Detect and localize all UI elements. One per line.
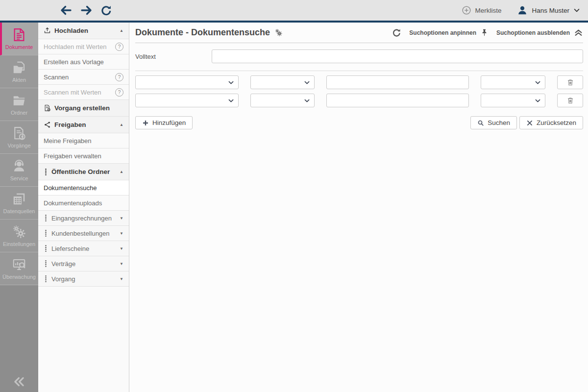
collapse-down-icon	[120, 277, 123, 281]
filter-row	[135, 75, 583, 89]
sidebar-item-vorg-nge[interactable]: Vorgänge	[0, 121, 38, 154]
fulltext-input[interactable]	[212, 49, 583, 63]
filter-field-select[interactable]	[135, 75, 239, 89]
menu-item-vorgang[interactable]: Vorgang	[38, 271, 129, 287]
chevron-down-icon	[304, 79, 310, 86]
user-menu[interactable]: Hans Muster	[517, 5, 580, 16]
user-icon	[517, 5, 528, 16]
help-icon[interactable]	[115, 43, 123, 51]
menu-item-label: Erstellen aus Vorlage	[44, 58, 104, 66]
dots-icon	[44, 275, 48, 283]
reset-button-label: Zurücksetzen	[537, 119, 576, 126]
icon-sidebar: DokumenteAktenOrdnerVorgängeServiceDaten…	[0, 23, 38, 392]
menu-item-dokumentensuche[interactable]: Dokumentensuche	[38, 180, 129, 196]
collapse-up-icon	[120, 28, 123, 33]
filter-field-select[interactable]	[135, 94, 239, 107]
menu-item-label: Verträge	[51, 260, 75, 268]
menu-item-scannen[interactable]: Scannen	[38, 70, 129, 85]
dots-icon	[44, 260, 48, 268]
filter-connector-select[interactable]	[481, 75, 545, 89]
fulltext-row: Volltext	[135, 49, 583, 63]
section-divider	[135, 71, 583, 71]
plus-circle-icon	[462, 5, 471, 15]
pin-search-options-button[interactable]: Suchoptionen anpinnen	[409, 28, 489, 37]
menu-item-label: Scannen	[44, 74, 69, 81]
dots-icon	[44, 245, 48, 252]
actions-row: Hinzufügen Suchen Zurücksetzen	[135, 116, 583, 129]
sidebar-item-dokumente[interactable]: Dokumente	[0, 23, 38, 55]
menu-item-kundenbestellungen[interactable]: Kundenbestellungen	[38, 226, 129, 241]
filter-value-input[interactable]	[326, 94, 469, 107]
menu-item-label: Dokumentenuploads	[44, 199, 102, 207]
menu-item-erstellen-aus-vorlage[interactable]: Erstellen aus Vorlage	[38, 54, 129, 70]
collapse-down-icon	[120, 246, 123, 251]
filter-operator-select[interactable]	[250, 75, 315, 89]
help-icon[interactable]	[115, 88, 123, 97]
icon-sidebar-items: DokumenteAktenOrdnerVorgängeServiceDaten…	[0, 23, 38, 285]
sidebar-item-label: Dokumente	[5, 44, 33, 50]
menu-item-label: Hochladen mit Werten	[44, 43, 106, 50]
menu-item-label: Meine Freigaben	[44, 137, 92, 145]
menu-item-help	[115, 43, 123, 51]
menu-item-lieferscheine[interactable]: Lieferscheine	[38, 241, 129, 256]
sidebar-item-berwachung[interactable]: Überwachung	[0, 252, 38, 285]
search-icon	[477, 120, 484, 126]
delete-row-button[interactable]	[557, 94, 583, 107]
add-filter-button[interactable]: Hinzufügen	[135, 116, 193, 129]
sidebar-item-ordner[interactable]: Ordner	[0, 88, 38, 121]
menu-item-hochladen[interactable]: Hochladen	[38, 23, 129, 39]
gear-icon[interactable]	[274, 28, 283, 37]
sidebar-item-einstellungen[interactable]: Einstellungen	[0, 220, 38, 252]
filter-connector-select[interactable]	[481, 94, 545, 107]
dots-icon	[44, 229, 48, 237]
search-button[interactable]: Suchen	[470, 116, 517, 129]
dots-icon	[44, 214, 48, 222]
reset-button[interactable]: Zurücksetzen	[519, 116, 583, 129]
add-filter-label: Hinzufügen	[152, 119, 186, 126]
upload-icon	[44, 27, 51, 34]
sidebar-item-service[interactable]: Service	[0, 154, 38, 187]
help-icon[interactable]	[115, 73, 123, 81]
collapse-up-icon	[120, 122, 123, 127]
menu-item-label: Freigaben	[54, 121, 86, 128]
sidebar-item-akten[interactable]: Akten	[0, 55, 38, 88]
menu-item-scannen-mit-werten[interactable]: Scannen mit Werten	[38, 85, 129, 100]
sidebar-item-label: Ordner	[11, 110, 27, 116]
hide-search-options-label: Suchoptionen ausblenden	[496, 29, 570, 36]
menu-item-freigaben[interactable]: Freigaben	[38, 117, 129, 133]
menu-item-ffentliche-ordner[interactable]: Öffentliche Ordner	[38, 164, 129, 180]
filter-operator-select[interactable]	[250, 94, 315, 107]
merkliste-button[interactable]: Merkliste	[462, 5, 501, 15]
back-arrow-icon[interactable]	[60, 4, 73, 17]
refresh-icon[interactable]	[100, 4, 113, 17]
menu-item-eingangsrechnungen[interactable]: Eingangsrechnungen	[38, 211, 129, 226]
menu-item-help	[115, 73, 123, 81]
share-icon	[44, 121, 51, 128]
document-icon	[12, 27, 26, 42]
sidebar-collapse-button[interactable]	[0, 375, 38, 388]
hide-search-options-button[interactable]: Suchoptionen ausblenden	[496, 28, 583, 37]
search-refresh-icon[interactable]	[392, 28, 401, 37]
secondary-menu: HochladenHochladen mit WertenErstellen a…	[38, 23, 129, 392]
filter-value-input[interactable]	[326, 75, 469, 89]
sidebar-item-label: Überwachung	[2, 274, 36, 280]
menu-item-label: Öffentliche Ordner	[51, 168, 110, 175]
filter-row	[135, 94, 583, 107]
trash-icon	[566, 97, 574, 104]
sidebar-item-label: Vorgänge	[7, 143, 30, 148]
files-icon	[12, 60, 26, 75]
delete-row-button[interactable]	[557, 75, 583, 89]
menu-item-dokumentenuploads[interactable]: Dokumentenuploads	[38, 196, 129, 211]
sidebar-item-datenquellen[interactable]: Datenquellen	[0, 187, 38, 220]
forward-arrow-icon[interactable]	[80, 4, 93, 17]
menu-item-vertr-ge[interactable]: Verträge	[38, 256, 129, 271]
sidebar-item-label: Einstellungen	[3, 241, 35, 247]
menu-item-label: Scannen mit Werten	[44, 89, 101, 96]
gears-icon	[12, 224, 26, 239]
menu-item-freigaben-verwalten[interactable]: Freigaben verwalten	[38, 148, 129, 164]
topbar: Merkliste Hans Muster	[0, 0, 588, 23]
close-icon	[526, 120, 533, 126]
menu-item-meine-freigaben[interactable]: Meine Freigaben	[38, 133, 129, 148]
menu-item-hochladen-mit-werten[interactable]: Hochladen mit Werten	[38, 39, 129, 54]
menu-item-vorgang-erstellen[interactable]: Vorgang erstellen	[38, 100, 129, 117]
